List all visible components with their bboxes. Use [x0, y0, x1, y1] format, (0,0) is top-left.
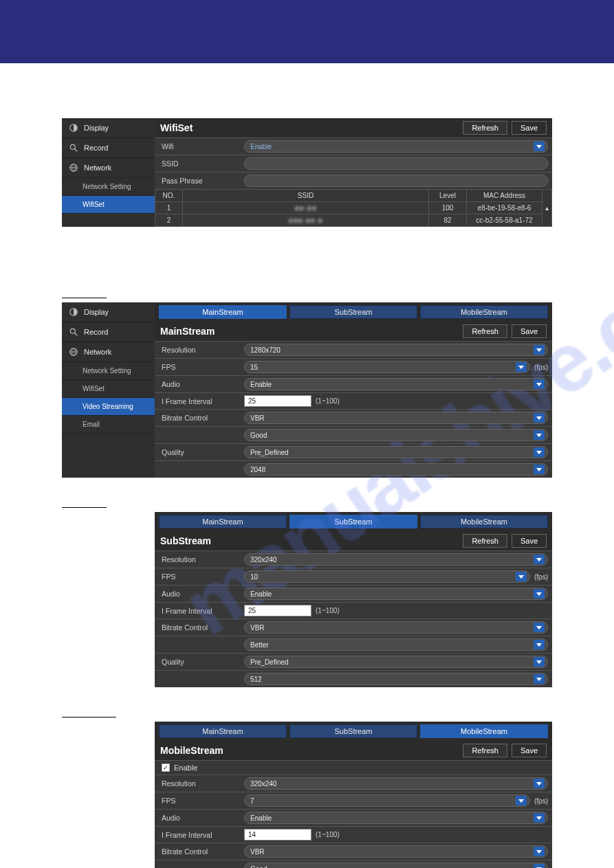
tab-mobilestream[interactable]: MobileStream — [420, 724, 548, 738]
resolution-label: Resolution — [162, 346, 244, 354]
quality-preset-select[interactable]: Good — [244, 863, 548, 868]
tab-substream[interactable]: SubStream — [289, 515, 417, 528]
save-button[interactable]: Save — [512, 534, 547, 548]
bitrate-control-label: Bitrate Control — [162, 847, 244, 856]
fps-select[interactable]: 15 — [244, 361, 530, 373]
table-row[interactable]: 2 ■■■ ■■ ■ 82 cc-b2-55-58-a1-72 — [155, 214, 552, 227]
fps-label: FPS — [162, 363, 244, 371]
top-banner — [0, 0, 614, 63]
iframe-input[interactable]: 25 — [244, 605, 311, 616]
col-mac: MAC Address — [467, 190, 542, 202]
tab-mainstream[interactable]: MainStream — [159, 305, 287, 319]
quality-preset-select[interactable]: Better — [244, 638, 548, 651]
chevron-down-icon — [534, 555, 545, 564]
bitrate-control-label: Bitrate Control — [162, 623, 244, 632]
chevron-down-icon — [534, 589, 545, 599]
iframe-hint: (1~100) — [316, 607, 340, 614]
sidebar-item-video-streaming[interactable]: Video Streaming — [62, 398, 155, 416]
tab-substream[interactable]: SubStream — [289, 724, 417, 738]
quality-select[interactable]: Pre_Defined — [244, 656, 548, 668]
quality-preset-select[interactable]: Good — [244, 429, 548, 441]
mobilestream-main: MainStream SubStream MobileStream Mobile… — [155, 722, 552, 868]
search-icon — [69, 327, 78, 337]
pass-input[interactable] — [244, 175, 548, 187]
section-title-sub — [62, 496, 107, 508]
panel-title: SubStream — [160, 535, 459, 546]
sidebar-item-display[interactable]: Display — [62, 118, 155, 138]
chevron-down-icon — [534, 674, 545, 684]
tab-mainstream[interactable]: MainStream — [159, 515, 287, 528]
sidebar-item-record[interactable]: Record — [62, 322, 155, 342]
sidebar-item-display[interactable]: Display — [62, 302, 155, 322]
fps-select[interactable]: 10 — [244, 570, 530, 583]
resolution-select[interactable]: 1280x720 — [244, 344, 548, 356]
ssid-input[interactable] — [244, 157, 548, 170]
audio-select[interactable]: Enable — [244, 588, 548, 600]
section-title-mobile — [62, 705, 116, 717]
pass-label: Pass Phrase — [162, 177, 244, 185]
iframe-label: I Frame Interval — [162, 607, 244, 615]
chevron-down-icon — [534, 465, 545, 474]
audio-select[interactable]: Enable — [244, 812, 548, 824]
refresh-button[interactable]: Refresh — [463, 324, 507, 338]
bitrate-select[interactable]: 512 — [244, 673, 548, 685]
audio-select[interactable]: Enable — [244, 378, 548, 390]
panel-header: WifiSet Refresh Save — [155, 118, 552, 137]
iframe-input[interactable]: 14 — [244, 829, 311, 841]
wifiset-main: WifiSet Refresh Save Wifi Enable SSID Pa… — [155, 118, 552, 227]
quality-label: Quality — [162, 448, 244, 456]
table-row[interactable]: 1 ■■ ■■ 100 e8-be-19-58-e8-6 — [155, 202, 552, 214]
svg-point-1 — [70, 144, 75, 149]
bitrate-control-select[interactable]: VBR — [244, 412, 548, 424]
tab-mobilestream[interactable]: MobileStream — [420, 515, 548, 528]
sidebar-item-network[interactable]: Network — [62, 342, 155, 362]
globe-icon — [69, 163, 78, 173]
chevron-down-icon — [534, 447, 545, 457]
save-button[interactable]: Save — [512, 324, 547, 338]
fps-label: FPS — [162, 797, 244, 805]
scrollbar[interactable]: ▴ — [542, 190, 552, 227]
tab-mobilestream[interactable]: MobileStream — [420, 305, 548, 319]
wifiset-panel: Display Record Network Network Setting W… — [62, 118, 552, 227]
svg-line-8 — [75, 333, 78, 336]
display-icon — [69, 123, 78, 133]
chevron-down-icon — [534, 623, 545, 632]
quality-select[interactable]: Pre_Defined — [244, 446, 548, 458]
wifi-select[interactable]: Enable — [244, 140, 548, 153]
resolution-label: Resolution — [162, 779, 244, 788]
sidebar-item-network[interactable]: Network — [62, 158, 155, 178]
tab-mainstream[interactable]: MainStream — [159, 724, 287, 738]
audio-label: Audio — [162, 590, 244, 598]
bitrate-control-select[interactable]: VBR — [244, 621, 548, 634]
resolution-select[interactable]: 320x240 — [244, 553, 548, 566]
fps-select[interactable]: 7 — [244, 794, 530, 807]
mainstream-panel: Display Record Network Network Setting W… — [62, 302, 552, 478]
sidebar-item-wifiset[interactable]: WifiSet — [62, 380, 155, 398]
tab-substream[interactable]: SubStream — [289, 305, 417, 319]
col-ssid: SSID — [183, 190, 429, 202]
bitrate-select[interactable]: 2048 — [244, 463, 548, 476]
refresh-button[interactable]: Refresh — [463, 744, 507, 757]
save-button[interactable]: Save — [512, 121, 547, 135]
refresh-button[interactable]: Refresh — [463, 534, 507, 548]
iframe-label: I Frame Interval — [162, 397, 244, 405]
sidebar-item-email[interactable]: Email — [62, 416, 155, 434]
save-button[interactable]: Save — [512, 744, 547, 757]
sidebar-item-network-setting[interactable]: Network Setting — [62, 362, 155, 380]
enable-row[interactable]: ✓ Enable — [155, 760, 552, 775]
refresh-button[interactable]: Refresh — [463, 121, 507, 135]
resolution-select[interactable]: 320x240 — [244, 777, 548, 790]
iframe-hint: (1~100) — [316, 831, 340, 838]
iframe-input[interactable]: 25 — [244, 395, 311, 407]
panel-header: SubStream Refresh Save — [155, 531, 552, 550]
sidebar-item-record[interactable]: Record — [62, 138, 155, 158]
fps-unit: (fps) — [534, 797, 548, 805]
section-title-main — [62, 286, 107, 298]
enable-checkbox[interactable]: ✓ — [162, 764, 170, 772]
sidebar-item-label: Network — [84, 348, 111, 356]
sidebar-item-label: Network Setting — [83, 367, 131, 375]
bitrate-control-select[interactable]: VBR — [244, 845, 548, 858]
bitrate-control-label: Bitrate Control — [162, 414, 244, 422]
sidebar-item-network-setting[interactable]: Network Setting — [62, 178, 155, 196]
sidebar-item-wifiset[interactable]: WifiSet — [62, 196, 155, 214]
